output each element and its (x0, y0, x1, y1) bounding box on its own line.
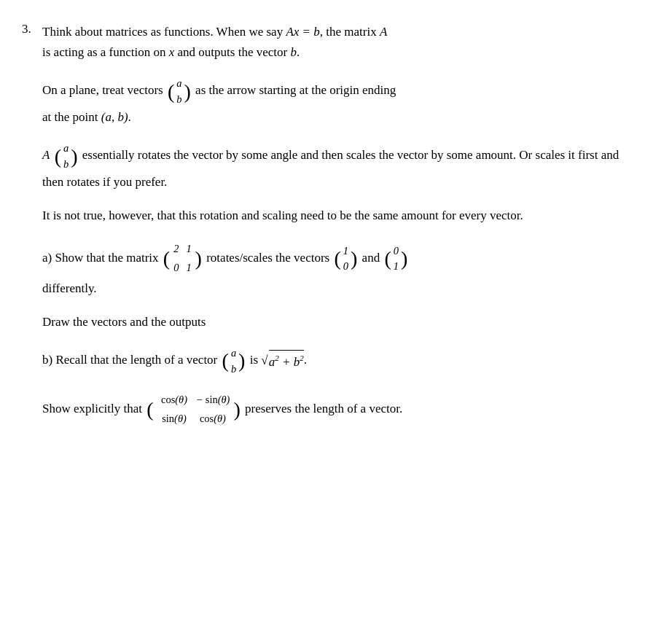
trig-matrix-entries: cos(θ) − sin(θ) sin(θ) cos(θ) (154, 390, 234, 429)
tr11: cos(θ) (157, 391, 192, 409)
draw-text: Draw the vectors and the outputs (42, 315, 206, 329)
draw-paragraph: Draw the vectors and the outputs (42, 312, 643, 332)
rotate-paragraph: A ( a b ) essentially rotates the vector… (42, 141, 643, 192)
v01-bot: 1 (394, 259, 399, 274)
vab3-b: b (231, 362, 236, 377)
part-a-suffix: differently. (42, 281, 97, 295)
vec-01-entries: 0 1 (391, 243, 401, 275)
m21: 0 (173, 259, 179, 277)
sqrt-symbol: √ (261, 351, 267, 371)
show-explicitly-suffix: preserves the length of a vector. (245, 402, 402, 415)
lp5: ( (222, 351, 229, 371)
matrix-2x2-a: ( 2 1 0 1 ) (163, 239, 202, 278)
A-var-rotate: A (42, 149, 50, 163)
v10-bot: 0 (343, 259, 348, 274)
tr22: cos(θ) (195, 410, 230, 428)
v01-top: 0 (394, 244, 399, 259)
trig-lp: ( (146, 399, 153, 420)
not-true-text: It is not true, however, that this rotat… (42, 208, 523, 222)
col-vec-ab-1: ( a b ) (168, 76, 191, 107)
right-paren: ) (184, 82, 191, 102)
col-vec-ab-3: ( a b ) (222, 346, 246, 377)
show-explicitly-paragraph: Show explicitly that ( cos(θ) − sin(θ) s… (42, 390, 643, 429)
rotate-text: essentially rotates the vector by some a… (42, 149, 619, 190)
part-b-label: b) Recall that the length of a vector (42, 353, 217, 367)
mat-rparen: ) (195, 249, 202, 269)
vec-entry-b: b (176, 93, 181, 107)
trig-matrix: ( cos(θ) − sin(θ) sin(θ) cos(θ) ) (146, 390, 241, 429)
problem-body: Think about matrices as functions. When … (42, 22, 643, 429)
m11: 2 (173, 241, 179, 258)
part-b-period: . (304, 353, 307, 367)
mat-lparen: ( (163, 249, 170, 269)
right-paren-2: ) (71, 147, 77, 167)
part-b-paragraph: b) Recall that the length of a vector ( … (42, 346, 643, 377)
show-explicitly-prefix: Show explicitly that (42, 402, 142, 415)
left-paren-2: ( (55, 147, 61, 167)
sqrt-expression: √ a2 + b2 (261, 350, 303, 372)
rp4: ) (401, 249, 407, 269)
v10-top: 1 (343, 244, 348, 259)
vab3-a: a (231, 346, 236, 361)
plane-text-suffix: as the arrow starting at the origin endi… (195, 84, 396, 98)
col-vec-0-1: ( 0 1 ) (384, 243, 407, 275)
m12: 1 (186, 241, 191, 258)
sqrt-content: a2 + b2 (269, 350, 304, 372)
point-ab: (a, b) (101, 110, 128, 124)
intro-text-3: is acting as a function on (42, 45, 169, 59)
b-var: b (290, 45, 297, 59)
part-b-is: is (250, 353, 258, 367)
part-a-middle: rotates/scales the vectors (206, 251, 329, 265)
plane-period: . (128, 110, 131, 124)
matrix-A-ref1: A (380, 25, 387, 39)
not-true-paragraph: It is not true, however, that this rotat… (42, 206, 643, 226)
intro-text-2: , the matrix (320, 25, 380, 39)
tr21: sin(θ) (157, 410, 192, 428)
m22: 1 (186, 259, 191, 277)
plane-paragraph: On a plane, treat vectors ( a b ) as the… (42, 76, 643, 128)
col-vec-ab-2: ( a b ) (55, 141, 78, 172)
rp5: ) (238, 351, 245, 371)
tr12: − sin(θ) (195, 391, 230, 409)
ax-eq-b: Ax = b (286, 25, 319, 39)
vec-ab3-entries: a b (229, 346, 238, 377)
lp4: ( (384, 249, 391, 269)
problem-header: 3. Think about matrices as functions. Wh… (22, 22, 643, 429)
vec-a-2: a (63, 141, 69, 156)
intro-paragraph: Think about matrices as functions. When … (42, 22, 643, 63)
vec-entries-2: a b (61, 141, 71, 172)
left-paren: ( (168, 82, 174, 102)
col-vec-1-0: ( 1 0 ) (334, 243, 357, 275)
lp3: ( (334, 249, 340, 269)
and-word: and (362, 251, 380, 265)
intro-text-1: Think about matrices as functions. When … (42, 25, 286, 39)
rp3: ) (351, 249, 357, 269)
plane-text-prefix: On a plane, treat vectors (42, 84, 163, 98)
plane-text-suffix2: at the point (42, 110, 101, 124)
problem-container: 3. Think about matrices as functions. Wh… (22, 22, 643, 442)
vec-entry-a: a (176, 77, 181, 91)
vec-b-2: b (63, 157, 69, 172)
vec-10-entries: 1 0 (341, 243, 351, 275)
problem-number: 3. (22, 22, 42, 36)
intro-text-4: and outputs the vector (174, 45, 290, 59)
matrix-entries-a: 2 1 0 1 (170, 239, 195, 278)
part-a-label: a) Show that the matrix (42, 251, 159, 265)
intro-text-5: . (297, 45, 300, 59)
part-a-paragraph: a) Show that the matrix ( 2 1 0 1 ) rota… (42, 239, 643, 299)
vec-entries: a b (174, 76, 184, 107)
trig-rp: ) (233, 399, 240, 420)
